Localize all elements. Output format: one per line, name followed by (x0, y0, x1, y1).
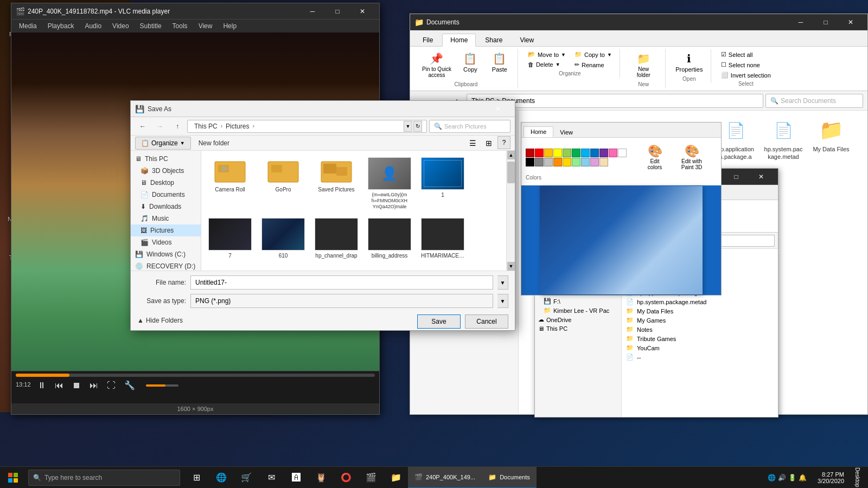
vlc-taskbar-app[interactable]: 🎬 240P_400K_149... (408, 467, 482, 489)
amazon-button[interactable]: 🅰 (284, 467, 308, 489)
color-swatch-black[interactable] (526, 158, 534, 166)
dialog-address-bar[interactable]: This PC › Pictures › ▼ ↻ (187, 120, 427, 133)
save-type-input[interactable]: PNG (*.png) (190, 294, 493, 308)
sm-nav-onedrive[interactable]: ☁ OneDrive (535, 315, 621, 324)
vlc-menu-video[interactable]: Video (107, 21, 134, 31)
color-swatch-orange2[interactable] (553, 158, 562, 166)
save-button[interactable]: Save (417, 314, 461, 329)
color-swatch-wheat[interactable] (599, 158, 608, 166)
properties-button[interactable]: ℹ Properties (672, 50, 706, 75)
color-swatch-cyan[interactable] (581, 149, 590, 157)
scroll-down-button[interactable]: ▼ (507, 262, 515, 271)
sm-nav-kimber[interactable]: 📁 Kimber Lee - VR Pac (535, 306, 621, 315)
color-swatch-lightgreen[interactable] (572, 158, 580, 166)
sm-nav-f[interactable]: 💾 F:\ (535, 297, 621, 306)
dialog-up-button[interactable]: ↑ (170, 119, 185, 134)
copy-to-button[interactable]: 📁 Copy to ▼ (571, 50, 615, 59)
vlc-extended-button[interactable]: 🔧 (122, 380, 137, 390)
sm-file-my-data[interactable]: 📁 My Data Files (624, 306, 776, 316)
dialog-folder-saved-pictures[interactable]: Saved Pictures (312, 155, 361, 211)
explorer-bg-maximize[interactable]: □ (813, 14, 838, 30)
start-button[interactable] (0, 467, 26, 489)
color-swatch-pink[interactable] (609, 149, 617, 157)
store-button[interactable]: 🛒 (234, 467, 258, 489)
dialog-scrollbar[interactable]: ▲ ▼ (506, 151, 515, 271)
select-all-button[interactable]: ☑ Select all (718, 50, 774, 59)
dialog-back-button[interactable]: ← (135, 119, 150, 134)
file-name-input[interactable] (190, 275, 493, 290)
vlc-volume-bar[interactable] (146, 384, 178, 387)
show-desktop-button[interactable]: Desktop (851, 467, 864, 489)
vlc-menu-tools[interactable]: Tools (167, 21, 193, 31)
dialog-image-hitmar[interactable]: HITMARIMACEIM (418, 216, 467, 261)
move-to-button[interactable]: 📂 Move to ▼ (525, 50, 569, 59)
color-swatch-green[interactable] (572, 149, 580, 157)
color-swatch-skyblue[interactable] (581, 158, 590, 166)
explorer-bg-minimize[interactable]: ─ (788, 14, 813, 30)
dialog-image-610[interactable]: 610 (259, 216, 308, 261)
vlc-stop-button[interactable]: ⏹ (70, 381, 83, 390)
tab-share[interactable]: Share (477, 34, 510, 46)
hide-folders-button[interactable]: ▲ Hide Folders (137, 317, 183, 324)
address-dropdown-button[interactable]: ▼ (404, 121, 412, 132)
mail-button[interactable]: ✉ (259, 467, 283, 489)
dialog-nav-3dobjects[interactable]: 📦 3D Objects (131, 165, 201, 177)
dialog-image-1[interactable]: 1 (418, 155, 467, 211)
dialog-nav-desktop[interactable]: 🖥 Desktop (131, 177, 201, 189)
dialog-folder-gopro[interactable]: GoPro (259, 155, 308, 211)
sm-file-notes[interactable]: 📁 Notes (624, 325, 776, 334)
explorer-bg-close[interactable]: ✕ (838, 14, 863, 30)
vlc-menu-help[interactable]: Help (218, 21, 242, 31)
dialog-image-hp-channel[interactable]: hp_channel_drap (312, 216, 361, 261)
explorer-taskbar-app[interactable]: 📁 Documents (482, 467, 537, 489)
taskbar-clock[interactable]: 8:27 PM 3/20/2020 (813, 471, 848, 484)
tab-file[interactable]: File (414, 34, 441, 46)
color-swatch-purple[interactable] (599, 149, 608, 157)
explorer-taskbar-button[interactable]: 📁 (384, 467, 408, 489)
color-swatch-gold[interactable] (563, 158, 571, 166)
dialog-nav-downloads[interactable]: ⬇ Downloads (131, 201, 201, 213)
scroll-thumb[interactable] (507, 162, 515, 183)
save-type-dropdown[interactable]: ▼ (497, 294, 508, 308)
file-my-data[interactable]: 📁 My Data Files (809, 115, 853, 163)
edge-button[interactable]: 🌐 (209, 467, 233, 489)
invert-selection-button[interactable]: ⬜ Invert selection (718, 70, 774, 80)
vlc-menu-view[interactable]: View (193, 21, 218, 31)
color-swatch-red[interactable] (535, 149, 544, 157)
dialog-nav-this-pc[interactable]: 🖥 This PC (131, 153, 201, 165)
new-folder-button[interactable]: 📁 Newfolder (630, 50, 657, 80)
vlc-progress-bar[interactable] (16, 374, 375, 377)
explorer-bg-search[interactable]: 🔍 Search Documents (765, 94, 863, 108)
file-name-dropdown[interactable]: ▼ (497, 275, 508, 290)
dialog-close-button[interactable]: ✕ (486, 101, 510, 117)
sm-file-tribute[interactable]: 📁 Tribute Games (624, 334, 776, 343)
color-swatch-red-dark[interactable] (526, 149, 534, 157)
paint-canvas-area[interactable] (521, 185, 721, 295)
dialog-nav-pictures[interactable]: 🖼 Pictures (131, 224, 201, 236)
delete-button[interactable]: 🗑 Delete ▼ (525, 60, 569, 69)
vlc-close-button[interactable]: ✕ (350, 3, 375, 20)
rename-button[interactable]: ✏ Rename (571, 60, 615, 69)
dialog-search-bar[interactable]: 🔍 Search Pictures (429, 120, 510, 133)
sm-file-youcam[interactable]: 📁 YouCam (624, 343, 776, 352)
view-help-button[interactable]: ? (497, 136, 510, 149)
tab-home[interactable]: Home (442, 34, 476, 47)
dialog-forward-button[interactable]: → (152, 119, 168, 134)
vlc-pause-button[interactable]: ⏸ (35, 381, 48, 390)
select-none-button[interactable]: ☐ Select none (718, 60, 774, 69)
vlc-maximize-button[interactable]: □ (325, 3, 350, 20)
color-swatch-orange[interactable] (544, 149, 553, 157)
edit-colors-button[interactable]: 🎨 Editcolors (639, 142, 671, 172)
color-swatch-yellow[interactable] (553, 149, 562, 157)
dialog-nav-recovery-d[interactable]: 💿 RECOVERY (D:) (131, 260, 201, 271)
view-list-button[interactable]: ☰ (465, 136, 480, 150)
color-swatch-white[interactable] (618, 149, 627, 157)
task-view-button[interactable]: ⊞ (184, 467, 208, 489)
dialog-nav-windows-c[interactable]: 💾 Windows (C:) (131, 248, 201, 260)
vlc-menu-media[interactable]: Media (14, 21, 42, 31)
vlc-menu-playback[interactable]: Playback (42, 21, 80, 31)
vlc-menu-subtitle[interactable]: Subtitle (135, 21, 167, 31)
tripadvisor-button[interactable]: 🦉 (309, 467, 333, 489)
breadcrumb-this-pc[interactable]: This PC (192, 122, 220, 131)
paste-button[interactable]: 📋 Paste (486, 50, 513, 75)
